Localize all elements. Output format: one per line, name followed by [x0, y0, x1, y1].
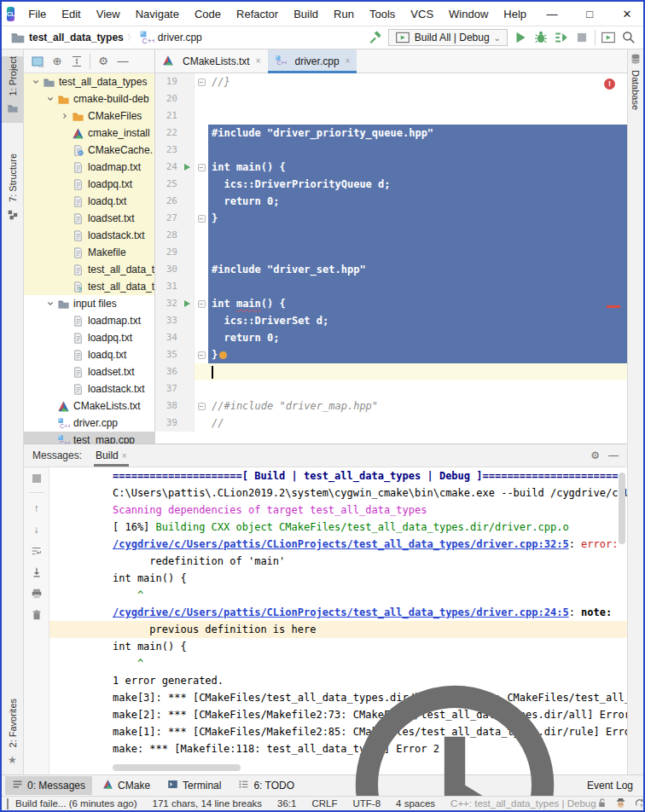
code-editor[interactable]: 19−//}202122#include "driver_priority_qu… [155, 73, 627, 432]
menu-edit[interactable]: Edit [55, 4, 87, 24]
minimize-button[interactable]: — [533, 4, 571, 24]
fold-marker[interactable]: − [194, 210, 208, 227]
breadcrumb-file[interactable]: driver.cpp [158, 32, 202, 44]
code-line-38[interactable]: 38−//#include "driver_map.hpp" [155, 397, 627, 415]
console-file-link[interactable]: /cygdrive/c/Users/pattis/CLionProjects/t… [113, 538, 569, 550]
menu-tools[interactable]: Tools [363, 4, 402, 24]
tree-item-test-all-data-types[interactable]: test_all_data_types [24, 73, 154, 90]
build-hammer-icon[interactable] [368, 30, 383, 45]
code-line-29[interactable]: 29 [155, 244, 627, 261]
clear-all-icon[interactable] [31, 609, 43, 621]
error-stripe-mark[interactable] [607, 305, 620, 308]
search-everywhere-icon[interactable] [621, 30, 636, 45]
build-tab[interactable]: Build × [94, 444, 129, 467]
toggle-toolwindows-icon[interactable] [7, 798, 9, 809]
gear-icon[interactable]: ⚙ [96, 55, 110, 68]
chevron-down-icon[interactable] [45, 299, 55, 309]
code-line-25[interactable]: 25 ics::DriverPriorityQueue d; [155, 176, 627, 193]
breadcrumb-project[interactable]: test_all_data_types [29, 32, 124, 44]
fold-marker[interactable]: − [194, 295, 208, 312]
prev-message-icon[interactable]: ↑ [31, 502, 43, 514]
maximize-button[interactable]: □ [571, 4, 608, 24]
toolwindow-tab-6-todo[interactable]: 6: TODO [231, 776, 301, 795]
menu-window[interactable]: Window [442, 4, 495, 24]
event-log-button[interactable]: Event Log [327, 657, 633, 812]
menu-vcs[interactable]: VCS [404, 4, 440, 24]
next-message-icon[interactable]: ↓ [31, 524, 43, 536]
fold-minus-icon[interactable]: − [198, 164, 206, 171]
tree-item-input-files[interactable]: input files [24, 295, 154, 312]
chevron-down-icon[interactable] [45, 94, 55, 104]
editor-tab-cmakelists-txt[interactable]: CMakeLists.txt× [155, 49, 268, 72]
tree-item-test-map-cpp[interactable]: C++test_map.cpp [24, 432, 154, 444]
menu-navigate[interactable]: Navigate [129, 4, 186, 24]
close-icon[interactable]: × [256, 56, 261, 66]
menu-code[interactable]: Code [188, 4, 228, 24]
profile-button[interactable] [554, 30, 569, 45]
menu-file[interactable]: File [21, 4, 53, 24]
tool-stripe-tab-database[interactable]: Database [628, 70, 643, 110]
status-item-2[interactable]: 36:1 [277, 798, 296, 809]
tool-stripe-tab-favorites[interactable]: 2: Favorites★ [2, 699, 23, 766]
tree-item-loadmap-txt[interactable]: loadmap.txt [24, 312, 154, 329]
code-line-35[interactable]: 35−} [155, 346, 627, 363]
console-vertical-scrollbar[interactable] [619, 473, 625, 544]
code-line-22[interactable]: 22#include "driver_priority_queue.hpp" [155, 125, 627, 142]
tree-item-cmakecache-[interactable]: ⚙CMakeCache. [24, 142, 154, 159]
hide-panel-icon[interactable]: — [608, 450, 619, 461]
code-line-26[interactable]: 26 return 0; [155, 193, 627, 210]
fold-minus-icon[interactable]: − [198, 300, 206, 308]
code-line-20[interactable]: 20 [155, 90, 627, 107]
tree-item-loadmap-txt[interactable]: loadmap.txt [24, 159, 154, 176]
code-line-31[interactable]: 31 [155, 278, 627, 295]
menu-build[interactable]: Build [287, 4, 325, 24]
print-icon[interactable] [31, 588, 43, 600]
status-item-4[interactable]: UTF-8 [352, 798, 381, 809]
tree-item-driver-cpp[interactable]: C++driver.cpp [24, 415, 154, 432]
run-arrow-icon[interactable] [184, 300, 190, 307]
chevron-right-icon[interactable] [60, 111, 70, 121]
code-line-19[interactable]: 19−//} [155, 73, 627, 90]
editor-tab-driver-cpp[interactable]: C++driver.cpp× [268, 49, 357, 72]
inspections-hector-icon[interactable] [615, 798, 626, 810]
code-line-27[interactable]: 27−} [155, 210, 627, 227]
soft-wrap-icon[interactable] [31, 545, 43, 557]
console-horizontal-scrollbar[interactable] [113, 764, 241, 771]
sync-question-icon[interactable]: ? [634, 798, 645, 810]
fold-minus-icon[interactable]: − [198, 78, 206, 86]
run-configuration-select[interactable]: Build All | Debug ⌄ [388, 29, 508, 46]
code-line-21[interactable]: 21 [155, 107, 627, 125]
tool-stripe-tab-structure[interactable]: 7: Structure [2, 154, 23, 221]
chevron-down-icon[interactable] [31, 77, 41, 87]
code-line-39[interactable]: 39// [155, 415, 627, 432]
code-line-33[interactable]: 33 ics::DriverSet d; [155, 312, 627, 329]
project-view-selector[interactable]: ...▾ [31, 55, 44, 68]
tree-item-loadpq-txt[interactable]: loadpq.txt [24, 329, 154, 346]
run-button[interactable] [513, 30, 528, 45]
tree-item-cmake-build-deb[interactable]: cmake-build-deb [24, 90, 154, 107]
close-button[interactable]: ✕ [608, 4, 645, 24]
tree-item-loadq-txt[interactable]: loadq.txt [24, 346, 154, 363]
hide-panel-icon[interactable]: — [116, 55, 130, 68]
menu-help[interactable]: Help [497, 4, 533, 24]
scroll-to-end-icon[interactable] [31, 566, 43, 578]
code-line-36[interactable]: 36 [155, 363, 627, 380]
tree-item-loadq-txt[interactable]: loadq.txt [24, 193, 154, 210]
tree-item-makefile[interactable]: Makefile [24, 244, 154, 261]
status-item-5[interactable]: 4 spaces [396, 798, 435, 809]
fold-minus-icon[interactable]: − [198, 403, 206, 410]
toolwindow-tab-terminal[interactable]: Terminal [160, 776, 228, 795]
run-line-icon[interactable] [180, 295, 194, 312]
fold-marker[interactable]: − [194, 397, 208, 415]
tree-item-loadpq-txt[interactable]: loadpq.txt [24, 176, 154, 193]
code-line-24[interactable]: 24−int main() { [155, 159, 627, 176]
console-file-link[interactable]: /cygdrive/c/Users/pattis/CLionProjects/t… [113, 606, 569, 618]
toolwindow-tab-cmake[interactable]: CMake [96, 776, 157, 795]
code-line-37[interactable]: 37 [155, 380, 627, 397]
run-line-icon[interactable] [180, 159, 194, 176]
code-line-34[interactable]: 34 return 0; [155, 329, 627, 346]
tree-item-cmakefiles[interactable]: CMakeFiles [24, 107, 154, 125]
close-icon[interactable]: × [122, 451, 127, 461]
locate-target-icon[interactable]: ⊕ [50, 55, 64, 68]
toolwindow-tab-0-messages[interactable]: 0: Messages [5, 776, 92, 795]
